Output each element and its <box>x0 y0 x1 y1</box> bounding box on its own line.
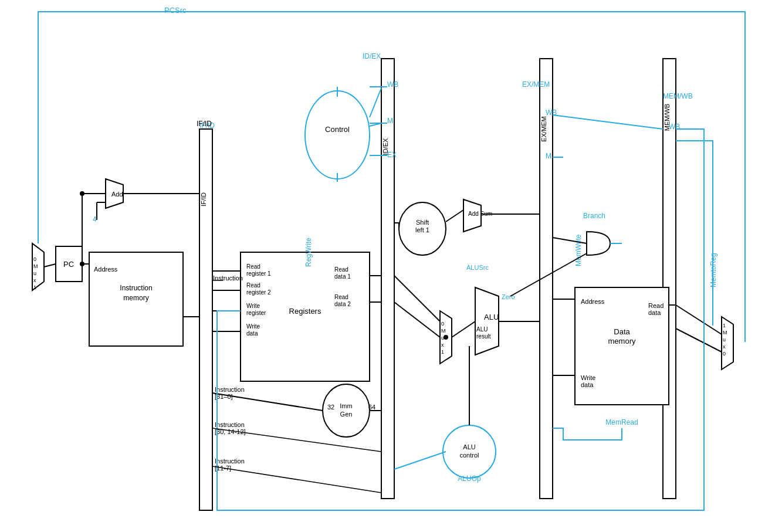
inst-31-0-label1: Instruction <box>215 386 245 393</box>
alu-mux-m: M <box>441 328 446 334</box>
pc-label: PC <box>63 260 74 269</box>
memread-label: MemRead <box>605 418 638 426</box>
mux-left-label: 0 <box>33 256 36 262</box>
if-id-label: IF/ID <box>200 192 207 206</box>
read-reg1-label: Read <box>246 263 260 270</box>
mem-wb-top-label: MEM/WB <box>663 92 693 100</box>
alu-result-label: ALU <box>476 326 488 333</box>
shift-left-label1: Shift <box>416 219 429 226</box>
alu-mux-0: 0 <box>441 321 444 327</box>
memtoreg-mux-1: 1 <box>723 323 726 328</box>
control-label: Control <box>325 125 350 134</box>
dm-read-data-label2: data <box>648 309 661 316</box>
alusrc-label: ALUSrc <box>466 264 489 271</box>
imm-gen-label2: Gen <box>340 411 353 418</box>
read-data1-label: Read <box>334 266 348 273</box>
read-reg1-label2: register 1 <box>246 270 271 277</box>
alu-mux-x: x <box>441 342 444 348</box>
branch-label: Branch <box>583 212 605 220</box>
aluop-label: ALUOp <box>458 475 481 483</box>
registers-label: Registers <box>289 307 321 316</box>
alu-control-label2: control <box>459 452 479 459</box>
read-data2-label: Read <box>334 294 348 300</box>
regwrite-label: RegWrite <box>304 238 313 267</box>
memtoreg-mux-x: x <box>723 344 726 350</box>
wb-idex-label: WB <box>387 80 398 89</box>
read-data2-label2: data 2 <box>334 301 351 307</box>
four-label: 4 <box>93 215 97 223</box>
inst-30-label1: Instruction <box>215 421 245 428</box>
write-data-label2: data <box>246 330 258 337</box>
memtoreg-mux-u: u <box>723 337 726 343</box>
dm-read-data-label: Read <box>648 302 664 309</box>
mux-left-x: x <box>33 277 36 283</box>
alu-control-label1: ALU <box>463 443 475 450</box>
data-memory-label1: Data <box>614 327 630 336</box>
if-id-text-label: IF/ID <box>197 120 212 128</box>
thirty-two-label: 32 <box>327 404 334 411</box>
id-ex-top-label: ID/EX <box>363 52 381 60</box>
data-memory-label2: memory <box>608 337 636 345</box>
address-label: Address <box>94 266 118 273</box>
imm-gen-label1: Imm <box>340 402 352 409</box>
ex-mem-label: EX/MEM <box>540 116 547 141</box>
write-reg-label2: register <box>246 310 266 316</box>
ex-mem-top-label: EX/MEM <box>522 80 550 89</box>
mux-left-m: M <box>33 263 38 269</box>
inst-11-label1: Instruction <box>215 458 245 465</box>
m-idex-label: M <box>387 117 393 125</box>
instruction-memory-label2: memory <box>123 294 148 302</box>
shift-left-label2: left 1 <box>415 226 429 233</box>
junction-pc-add <box>80 191 84 196</box>
if-id-register <box>199 129 212 510</box>
ex-idex-label: EX <box>387 151 397 159</box>
pcsrc-label: PCSrc <box>164 6 187 15</box>
read-data1-label2: data 1 <box>334 273 351 280</box>
alu-mux-1: 1 <box>441 349 444 355</box>
alu-result-label2: result <box>476 333 491 340</box>
alu-label: ALU <box>484 313 499 321</box>
dm-write-data-label: Write <box>581 374 595 381</box>
sixty-four-label: 64 <box>368 404 375 411</box>
junction-alu-mux <box>444 335 448 340</box>
memwrite-label: MemWrite <box>574 234 583 266</box>
instruction-memory-label1: Instruction <box>120 284 152 292</box>
m-exmem-label: M <box>546 152 551 160</box>
dm-write-data-label2: data <box>581 381 594 388</box>
memtoreg-mux-0: 0 <box>723 351 726 357</box>
memtoreg-mux-m: M <box>723 330 727 336</box>
write-reg-label: Write <box>246 303 260 309</box>
read-reg2-label2: register 2 <box>246 289 271 296</box>
junction-pc-addr <box>80 262 84 266</box>
read-reg2-label: Read <box>246 282 260 289</box>
write-data-label: Write <box>246 323 260 330</box>
dm-address-label: Address <box>581 298 605 305</box>
add-label: Add <box>111 191 123 198</box>
control-unit <box>305 91 370 179</box>
mux-left-u: u <box>33 270 36 276</box>
mux-left-1: 1 <box>33 284 36 290</box>
